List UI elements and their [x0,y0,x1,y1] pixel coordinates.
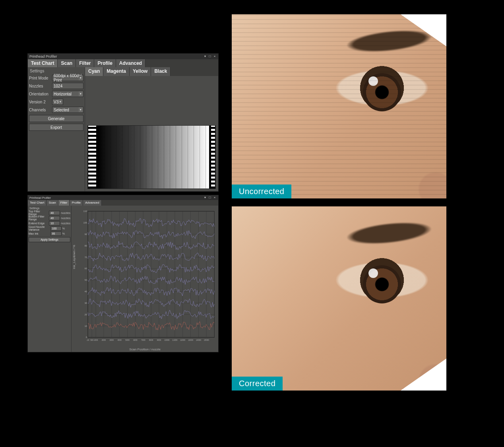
svg-text:60: 60 [85,267,87,270]
svg-text:10000: 10000 [164,339,169,341]
close-icon[interactable]: × [213,54,217,58]
ink-laydown-graph: Ink_Laydown / % Scan Position / nozzle 0… [72,206,218,352]
version2-label: Version 2 [29,100,50,104]
channels-label: Channels [29,108,50,112]
bottom-filter-range-input[interactable]: 40 [49,216,60,220]
unit-label: nozzles [61,212,70,214]
nozzles-input[interactable]: 1024 [52,83,83,89]
window-title: Printhead Profiler [29,196,51,199]
titlebar[interactable]: Printhead Profiler ▾ □ × [28,195,218,200]
tab-profile[interactable]: Profile [70,200,83,206]
max-ink-input[interactable]: 95 [50,231,62,236]
svg-text:10: 10 [85,325,87,327]
main-tabs: Test Chart Scan Filter Profile Advanced [28,59,218,67]
orientation-select[interactable]: Horizontal ▾ [52,91,83,97]
line-chart: 0102030405060708090100110-10500100020003… [81,209,216,345]
filter-settings-panel: Settings Top Filter Range 40 nozzles Bot… [28,206,72,352]
svg-text:1000: 1000 [94,339,98,341]
x-axis-label: Scan Position / nozzle [129,348,161,351]
chevron-down-icon: ▾ [58,99,62,104]
tab-magenta[interactable]: Magenta [103,67,130,76]
uncorrected-caption: Uncorrected [232,185,291,198]
svg-text:7000: 7000 [141,339,145,341]
viewport-gap [232,198,322,206]
tab-filter[interactable]: Filter [58,200,70,206]
y-axis-label: Ink_Laydown / % [72,245,76,269]
svg-text:90: 90 [85,233,87,235]
svg-text:5000: 5000 [125,339,130,341]
titlebar[interactable]: Printhead Profiler ▾ □ × [28,54,218,59]
extend-edge-label: Extend Edge [29,222,48,225]
tab-test-chart[interactable]: Test Chart [28,59,58,67]
tab-black[interactable]: Black [151,67,171,76]
test-chart-preview [87,125,216,189]
export-button[interactable]: Export [29,124,83,131]
svg-text:2000: 2000 [102,339,106,341]
tab-cyan[interactable]: Cyan [85,67,103,76]
svg-text:11000: 11000 [172,339,177,341]
bottom-filter-range-label: Bottom Filter Range [29,215,48,221]
good-nozzle-variance-input[interactable]: 100 [50,226,62,231]
svg-text:100: 100 [83,222,87,224]
svg-text:6000: 6000 [133,339,138,341]
svg-text:70: 70 [85,256,87,258]
svg-text:110: 110 [83,210,87,212]
top-filter-range-label: Top Filter Range [29,210,48,216]
tab-scan[interactable]: Scan [47,200,58,206]
top-filter-range-input[interactable]: 40 [49,211,60,215]
uncorrected-photo: Uncorrected [232,14,446,198]
close-icon[interactable]: × [213,196,217,200]
nozzles-label: Nozzles [29,84,50,88]
minimize-icon[interactable]: ▾ [203,54,207,58]
svg-text:20: 20 [85,313,87,316]
unit-label: % [62,232,70,235]
chevron-down-icon: ▾ [79,76,83,80]
settings-heading: Settings [29,206,70,210]
unit-label: nozzles [61,217,70,220]
svg-text:8000: 8000 [149,339,153,341]
tab-yellow[interactable]: Yellow [130,67,151,76]
tab-advanced[interactable]: Advanced [83,200,102,206]
corrected-caption: Corrected [232,377,283,391]
svg-text:0: 0 [86,336,87,338]
settings-panel: Settings Print Mode 600dpi x 600dpi Prin… [28,67,85,191]
chevron-down-icon: ▾ [79,107,83,112]
window-title: Printhead Profiler [29,54,57,58]
extend-edge-input[interactable]: 10 [49,221,60,225]
svg-text:9000: 9000 [157,339,161,341]
tab-filter[interactable]: Filter [76,59,94,67]
version2-select[interactable]: V3 ▾ [52,99,63,105]
tab-test-chart[interactable]: Test Chart [28,200,47,206]
profiler-window-top: Printhead Profiler ▾ □ × Test Chart Scan… [27,53,219,192]
orientation-label: Orientation [29,92,50,96]
preview-panel: Cyan Magenta Yellow Black [85,67,218,191]
apply-settings-button[interactable]: Apply Settings [29,237,70,242]
minimize-icon[interactable]: ▾ [203,196,207,200]
svg-text:13000: 13000 [188,339,193,341]
good-nozzle-variance-label: Good Nozzle Variance [29,225,50,231]
unit-label: nozzles [61,222,70,225]
channels-select[interactable]: Selected ▾ [52,107,83,113]
settings-heading: Settings [29,68,83,74]
svg-text:14000: 14000 [196,339,201,341]
color-tabs: Cyan Magenta Yellow Black [85,67,218,76]
gradient-steps [98,126,209,189]
tab-scan[interactable]: Scan [58,59,76,67]
registration-marks-left [88,126,97,189]
print-mode-label: Print Mode [29,76,50,80]
chevron-down-icon: ▾ [79,91,83,96]
maximize-icon[interactable]: □ [208,196,212,200]
maximize-icon[interactable]: □ [208,54,212,58]
svg-text:15000: 15000 [204,339,209,341]
svg-text:-10: -10 [87,339,89,341]
svg-text:4000: 4000 [117,339,122,341]
svg-text:30: 30 [85,302,87,304]
tab-advanced[interactable]: Advanced [116,59,145,67]
registration-marks-right [211,126,215,189]
print-mode-select[interactable]: 600dpi x 600dpi Print ▾ [52,75,83,81]
corrected-photo: Corrected [232,206,446,391]
generate-button[interactable]: Generate [29,115,83,122]
tab-profile[interactable]: Profile [94,59,116,67]
svg-text:50: 50 [85,279,87,281]
unit-label: % [62,227,70,230]
